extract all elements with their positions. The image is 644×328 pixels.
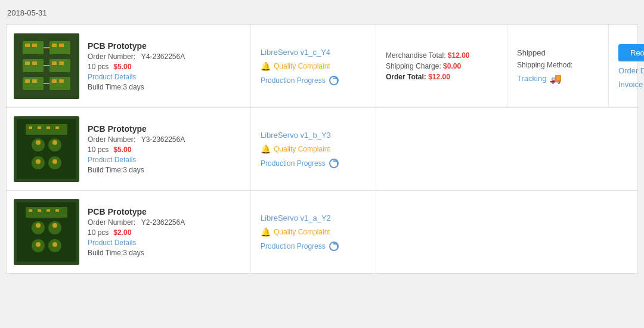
svg-rect-17 [52, 79, 57, 83]
svg-rect-15 [25, 79, 30, 83]
order-number-label-1: Order Number: [88, 52, 135, 61]
tracking-row-1: Tracking 🚚 [517, 73, 599, 84]
svg-rect-42 [36, 223, 41, 228]
order-details-link-1[interactable]: Order Details [618, 66, 644, 75]
product-details-link-1[interactable]: Product Details [88, 73, 185, 81]
reorder-button-1[interactable]: Reorder [618, 44, 644, 61]
qty-price-row-1: 10 pcs $5.00 [88, 63, 185, 71]
product-section-1: PCB Prototype Order Number: Y4-2362256A … [7, 25, 251, 107]
svg-rect-45 [52, 242, 57, 247]
order-number-value-2: Y3-2362256A [141, 135, 185, 144]
qty-price-row-3: 10 pcs $2.00 [88, 228, 185, 237]
order-number-label-3: Order Number: [88, 218, 135, 227]
svg-rect-18 [59, 79, 64, 83]
quality-icon-2: 🔔 [261, 144, 271, 154]
shipping-method-label-1: Shipping Method: [517, 61, 599, 69]
svg-rect-14 [59, 61, 64, 65]
svg-rect-30 [36, 159, 41, 164]
svg-rect-8 [32, 44, 37, 47]
order-card-2: PCB Prototype Order Number: Y3-2362256A … [6, 108, 638, 191]
totals-section-2 [376, 108, 637, 190]
svg-rect-43 [52, 223, 57, 228]
quality-row-2[interactable]: 🔔 Quality Complaint [261, 144, 366, 154]
libreservo-link-2[interactable]: LibreServo v1_b_Y3 [261, 131, 366, 140]
progress-icon-2 [329, 159, 339, 168]
tracking-link-1[interactable]: Tracking [517, 74, 546, 83]
libreservo-link-3[interactable]: LibreServo v1_a_Y2 [261, 213, 366, 222]
progress-icon-3 [329, 242, 339, 251]
build-time-1: Build Time:3 days [88, 83, 185, 91]
svg-rect-10 [59, 44, 64, 47]
shipping-section-1: Shipped Shipping Method: Tracking 🚚 [507, 25, 609, 107]
svg-rect-23 [26, 124, 67, 135]
svg-rect-9 [52, 44, 57, 47]
svg-rect-44 [36, 242, 41, 247]
order-number-row-2: Order Number: Y3-2362256A [88, 135, 185, 144]
price-1: $5.00 [113, 63, 131, 71]
quality-row-3[interactable]: 🔔 Quality Complaint [261, 227, 366, 237]
product-name-2: PCB Prototype [88, 124, 185, 134]
svg-rect-32 [29, 126, 32, 129]
svg-rect-16 [32, 79, 37, 83]
svg-rect-33 [38, 126, 41, 129]
svg-rect-6 [49, 77, 70, 90]
svg-rect-11 [25, 61, 30, 65]
totals-section-3 [376, 191, 637, 273]
order-total-value-1: $12.00 [428, 73, 450, 81]
product-section-3: PCB Prototype Order Number: Y2-2362256A … [7, 191, 251, 273]
qty-price-row-2: 10 pcs $5.00 [88, 146, 185, 154]
svg-rect-46 [29, 209, 32, 212]
order-number-value-1: Y4-2362256A [141, 52, 185, 61]
merchandise-total-row-1: Merchandise Total: $12.00 [386, 51, 497, 60]
progress-icon-1 [329, 76, 339, 85]
product-section-2: PCB Prototype Order Number: Y3-2362256A … [7, 108, 251, 190]
actions-section-1: Reorder Order Details Invoice [609, 25, 644, 107]
svg-rect-1 [23, 41, 44, 54]
product-info-3: PCB Prototype Order Number: Y2-2362256A … [88, 207, 185, 257]
svg-rect-3 [23, 59, 44, 72]
qty-2: 10 pcs [88, 146, 109, 154]
product-name-3: PCB Prototype [88, 207, 185, 216]
order-number-value-3: Y2-2362256A [141, 218, 185, 227]
libreservo-section-3: LibreServo v1_a_Y2 🔔 Quality Complaint P… [251, 191, 376, 273]
quality-row-1[interactable]: 🔔 Quality Complaint [261, 61, 366, 71]
product-details-link-2[interactable]: Product Details [88, 156, 185, 164]
order-total-row-1: Order Total: $12.00 [386, 73, 497, 81]
svg-rect-47 [38, 209, 41, 212]
production-row-2[interactable]: Production Progress [261, 159, 366, 168]
svg-rect-37 [26, 207, 67, 218]
product-info-2: PCB Prototype Order Number: Y3-2362256A … [88, 124, 185, 174]
order-total-label-1: Order Total: [386, 73, 426, 81]
svg-rect-35 [55, 126, 59, 129]
product-image-1 [14, 33, 79, 99]
product-details-link-3[interactable]: Product Details [88, 239, 185, 247]
price-3: $2.00 [113, 228, 131, 237]
merchandise-total-label-1: Merchandise Total: [386, 51, 446, 60]
price-2: $5.00 [113, 146, 131, 154]
totals-section-1: Merchandise Total: $12.00 Shipping Charg… [376, 25, 507, 107]
product-info-1: PCB Prototype Order Number: Y4-2362256A … [88, 41, 185, 91]
svg-rect-5 [23, 77, 44, 90]
quality-complaint-1: Quality Complaint [274, 62, 330, 70]
svg-rect-28 [36, 140, 41, 145]
order-number-row-3: Order Number: Y2-2362256A [88, 218, 185, 227]
build-time-3: Build Time:3 days [88, 249, 185, 257]
production-progress-label-2: Production Progress [261, 159, 326, 168]
quality-icon-1: 🔔 [261, 61, 271, 71]
svg-rect-7 [25, 44, 30, 47]
svg-rect-2 [49, 41, 70, 54]
merchandise-total-value-1: $12.00 [448, 51, 470, 60]
svg-rect-13 [52, 61, 57, 65]
order-card-1: PCB Prototype Order Number: Y4-2362256A … [6, 24, 638, 108]
production-row-3[interactable]: Production Progress [261, 242, 366, 251]
shipping-charge-value-1: $0.00 [443, 62, 461, 70]
production-row-1[interactable]: Production Progress [261, 76, 366, 85]
product-image-2 [14, 116, 79, 182]
svg-rect-31 [52, 159, 57, 164]
production-progress-label-3: Production Progress [261, 242, 326, 250]
order-card-3: PCB Prototype Order Number: Y2-2362256A … [6, 191, 638, 274]
svg-rect-29 [52, 140, 57, 145]
libreservo-link-1[interactable]: LibreServo v1_c_Y4 [261, 48, 366, 57]
quality-complaint-2: Quality Complaint [274, 145, 330, 153]
invoice-link-1[interactable]: Invoice [618, 80, 643, 89]
